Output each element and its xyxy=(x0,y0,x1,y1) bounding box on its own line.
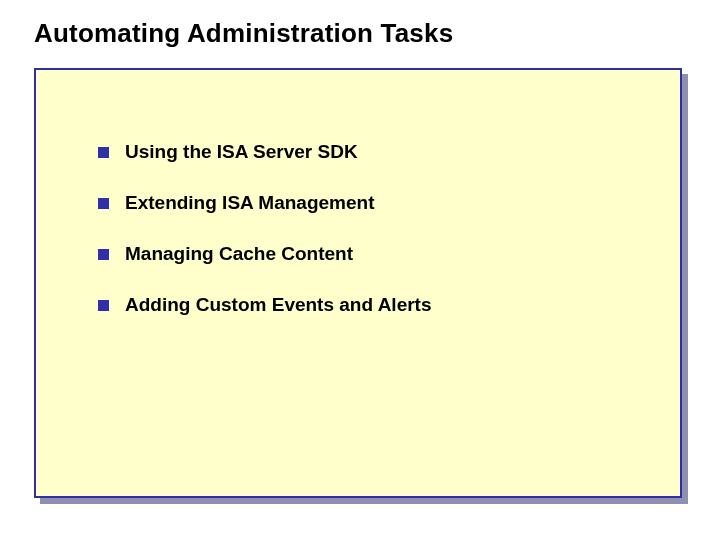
list-item-text: Adding Custom Events and Alerts xyxy=(125,295,432,316)
list-item-text: Extending ISA Management xyxy=(125,193,375,214)
bullet-list: Using the ISA Server SDK Extending ISA M… xyxy=(98,142,432,346)
list-item: Extending ISA Management xyxy=(98,193,432,214)
square-bullet-icon xyxy=(98,300,109,311)
list-item: Managing Cache Content xyxy=(98,244,432,265)
list-item-text: Using the ISA Server SDK xyxy=(125,142,358,163)
list-item: Using the ISA Server SDK xyxy=(98,142,432,163)
square-bullet-icon xyxy=(98,198,109,209)
list-item-text: Managing Cache Content xyxy=(125,244,353,265)
content-panel: Using the ISA Server SDK Extending ISA M… xyxy=(34,68,682,498)
page-title: Automating Administration Tasks xyxy=(34,18,453,49)
square-bullet-icon xyxy=(98,147,109,158)
list-item: Adding Custom Events and Alerts xyxy=(98,295,432,316)
slide: Automating Administration Tasks Using th… xyxy=(0,0,720,540)
square-bullet-icon xyxy=(98,249,109,260)
